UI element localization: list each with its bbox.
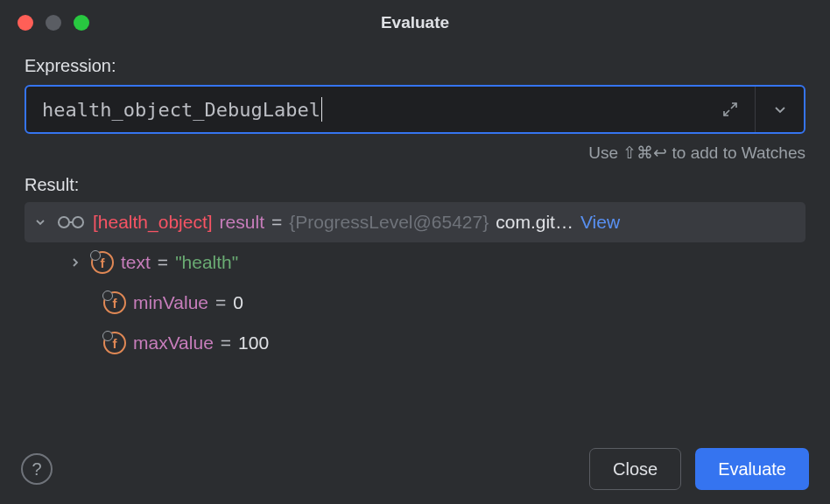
field-icon: f bbox=[91, 251, 114, 274]
expression-value: health_object_DebugLabel bbox=[42, 99, 320, 121]
expression-label: Expression: bbox=[25, 56, 805, 76]
field-eq: = bbox=[158, 252, 168, 273]
result-tree[interactable]: [health_object] result = {ProgressLevel@… bbox=[25, 202, 805, 363]
field-value: "health" bbox=[175, 252, 238, 273]
expression-hint: Use ⇧⌘↩ to add to Watches bbox=[25, 143, 805, 163]
field-row-maxvalue[interactable]: f maxValue = 100 bbox=[25, 323, 805, 363]
result-root-row[interactable]: [health_object] result = {ProgressLevel@… bbox=[25, 202, 805, 242]
result-type: {ProgressLevel@65427} bbox=[289, 212, 489, 233]
titlebar: Evaluate bbox=[0, 0, 830, 46]
field-name: minValue bbox=[133, 292, 208, 313]
field-name: text bbox=[121, 252, 151, 273]
field-eq: = bbox=[221, 332, 231, 354]
text-caret bbox=[321, 97, 322, 122]
help-button[interactable]: ? bbox=[21, 453, 53, 485]
view-link[interactable]: View bbox=[580, 212, 620, 233]
footer: ? Close Evaluate bbox=[0, 434, 830, 504]
result-label: Result: bbox=[25, 175, 805, 195]
expression-row: health_object_DebugLabel bbox=[25, 85, 805, 134]
evaluate-button[interactable]: Evaluate bbox=[695, 448, 809, 490]
close-window-icon[interactable] bbox=[18, 15, 33, 31]
window-title: Evaluate bbox=[381, 13, 449, 32]
chevron-down-icon[interactable] bbox=[32, 216, 49, 228]
field-name: maxValue bbox=[133, 332, 214, 354]
field-value: 100 bbox=[238, 332, 269, 354]
field-value: 0 bbox=[233, 292, 243, 313]
result-tag: [health_object] bbox=[93, 212, 213, 233]
content: Expression: health_object_DebugLabel Use… bbox=[0, 46, 830, 363]
field-icon: f bbox=[103, 291, 126, 314]
expand-icon bbox=[721, 101, 739, 118]
expand-editor-button[interactable] bbox=[706, 87, 755, 132]
help-icon: ? bbox=[32, 459, 41, 480]
expression-input[interactable]: health_object_DebugLabel bbox=[26, 87, 706, 132]
chevron-down-icon bbox=[773, 102, 787, 116]
close-button[interactable]: Close bbox=[589, 448, 681, 490]
field-row-minvalue[interactable]: f minValue = 0 bbox=[25, 283, 805, 323]
result-var: result bbox=[220, 212, 264, 233]
svg-point-0 bbox=[59, 217, 69, 228]
result-eq: = bbox=[271, 212, 282, 233]
chevron-right-icon[interactable] bbox=[67, 256, 84, 269]
field-row-text[interactable]: f text = "health" bbox=[25, 242, 805, 283]
history-dropdown-button[interactable] bbox=[755, 87, 804, 132]
svg-point-1 bbox=[73, 217, 83, 228]
field-icon: f bbox=[103, 332, 126, 354]
maximize-window-icon[interactable] bbox=[74, 15, 89, 31]
minimize-window-icon bbox=[46, 15, 61, 31]
field-eq: = bbox=[215, 292, 226, 313]
traffic-lights bbox=[18, 15, 89, 31]
result-tail: com.git… bbox=[496, 212, 573, 233]
glasses-icon bbox=[56, 214, 86, 231]
